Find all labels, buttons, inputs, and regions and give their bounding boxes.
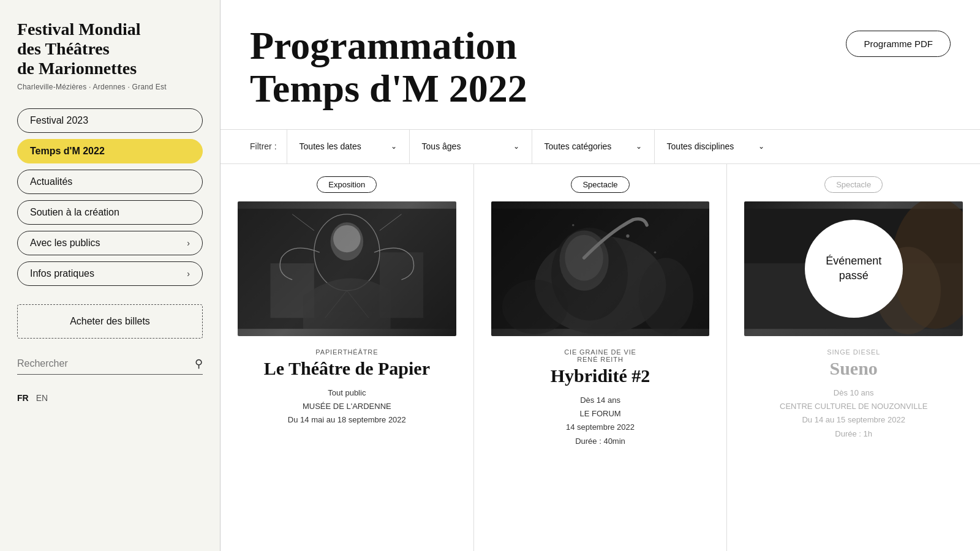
card-hybridite[interactable]: Spectacle: [474, 164, 728, 551]
event-passe-overlay: Événementpassé: [805, 220, 903, 318]
logo-subtitle: Charleville-Mézières · Ardennes · Grand …: [17, 83, 203, 91]
main-content: Programmation Temps d'M 2022 Programme P…: [221, 0, 980, 551]
filter-ages-dropdown[interactable]: Tous âges ⌄: [409, 130, 532, 163]
nav-item-soutien[interactable]: Soutien à la création: [17, 200, 203, 225]
card1-company: PAPIERTHÉÂTRE: [238, 348, 456, 356]
svg-point-15: [638, 258, 693, 334]
card3-details: Dès 10 ans CENTRE CULTUREL DE NOUZONVILL…: [744, 386, 963, 440]
badge-spectacle: Spectacle: [571, 176, 629, 193]
filter-dates-label: Toutes les dates: [300, 141, 379, 151]
badge-exposition: Exposition: [317, 176, 377, 193]
card-badge-area: Exposition: [238, 176, 456, 193]
filter-ages-label: Tous âges: [422, 141, 501, 151]
card-image-papier: [238, 201, 456, 336]
svg-point-19: [572, 224, 575, 227]
card-image-hybridite: [491, 201, 710, 336]
card1-details: Tout public MUSÉE DE L'ARDENNE Du 14 mai…: [238, 386, 456, 427]
card-image-sueno: Événementpassé: [744, 201, 963, 336]
main-header: Programmation Temps d'M 2022 Programme P…: [221, 0, 980, 130]
chevron-down-icon: ⌄: [513, 142, 519, 151]
card2-company: CIE GRAINE DE VIE RENÉ REITH: [491, 348, 710, 363]
cards-grid: Exposition: [221, 164, 980, 551]
filter-label: Filtrer :: [250, 141, 277, 151]
search-area: ⚲: [17, 357, 203, 375]
chevron-down-icon: ⌄: [391, 142, 397, 151]
search-icon[interactable]: ⚲: [195, 357, 203, 370]
chevron-down-icon: ⌄: [758, 142, 764, 151]
filter-disciplines-dropdown[interactable]: Toutes disciplines ⌄: [654, 130, 777, 163]
badge-spectacle-faded: Spectacle: [824, 176, 883, 193]
card-papier[interactable]: Exposition: [221, 164, 474, 551]
nav-item-actualites[interactable]: Actualités: [17, 170, 203, 194]
filter-bar: Filtrer : Toutes les dates ⌄ Tous âges ⌄…: [221, 130, 980, 164]
page-title: Programmation Temps d'M 2022: [250, 24, 527, 111]
lang-en[interactable]: EN: [36, 393, 48, 403]
lang-fr[interactable]: FR: [17, 393, 29, 403]
lang-switcher: FR EN: [17, 393, 203, 403]
card3-company: SINGE DIESEL: [744, 348, 963, 356]
nav-list: Festival 2023 Temps d'M 2022 Actualités …: [17, 108, 203, 286]
logo-title: Festival Mondial des Théâtres de Marionn…: [17, 20, 203, 79]
svg-point-17: [626, 234, 629, 238]
filter-categories-label: Toutes catégories: [545, 141, 624, 151]
nav-item-avecpublics[interactable]: Avec les publics ›: [17, 231, 203, 255]
buy-tickets-button[interactable]: Acheter des billets: [17, 304, 203, 339]
filter-categories-dropdown[interactable]: Toutes catégories ⌄: [532, 130, 654, 163]
search-input[interactable]: [17, 358, 195, 369]
card-badge-area: Spectacle: [744, 176, 963, 193]
svg-point-9: [333, 225, 361, 252]
card2-title: Hybridité #2: [491, 365, 710, 387]
card-sueno[interactable]: Spectacle Événementpassé SINGE DIESEL Su…: [727, 164, 980, 551]
card2-details: Dès 14 ans LE FORUM 14 septembre 2022 Du…: [491, 394, 710, 448]
card1-title: Le Théâtre de Papier: [238, 358, 456, 380]
pdf-button[interactable]: Programme PDF: [846, 31, 951, 57]
nav-item-tempsdm2022[interactable]: Temps d'M 2022: [17, 139, 203, 163]
chevron-right-icon: ›: [187, 269, 190, 279]
svg-point-18: [654, 251, 656, 253]
card-badge-area: Spectacle: [491, 176, 710, 193]
chevron-down-icon: ⌄: [636, 142, 642, 151]
svg-point-16: [502, 280, 568, 334]
sidebar: Festival Mondial des Théâtres de Marionn…: [0, 0, 221, 551]
nav-item-festival2023[interactable]: Festival 2023: [17, 108, 203, 133]
filter-dates-dropdown[interactable]: Toutes les dates ⌄: [287, 130, 409, 163]
filter-disciplines-label: Toutes disciplines: [667, 141, 746, 151]
nav-item-infospratiques[interactable]: Infos pratiques ›: [17, 261, 203, 286]
card3-title: Sueno: [744, 358, 963, 380]
site-logo: Festival Mondial des Théâtres de Marionn…: [17, 20, 203, 91]
chevron-right-icon: ›: [187, 238, 190, 248]
